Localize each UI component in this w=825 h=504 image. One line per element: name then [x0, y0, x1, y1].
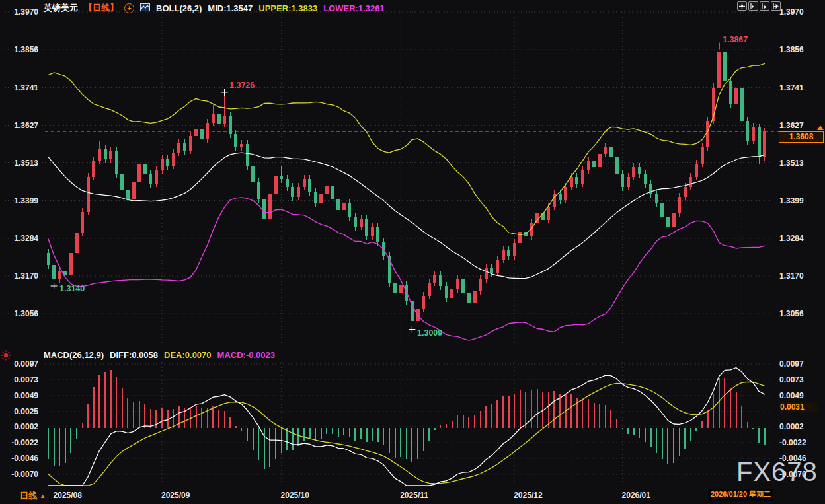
price-axis-label-right: 1.3284 [779, 234, 804, 243]
annotation-high-2: 1.3867 [723, 35, 748, 44]
macd-diff: DIFF:0.0058 [110, 350, 158, 360]
time-axis-label: 2025/08 [54, 491, 82, 500]
symbol-name: 英镑美元 [44, 2, 78, 14]
price-axis-label-right: 1.3513 [779, 159, 804, 168]
current-date-badge: 2026/01/20 星期二 [708, 489, 773, 501]
candlestick-mini-icon [140, 3, 150, 13]
price-axis-label-left: 1.3856 [0, 45, 38, 54]
macd-axis-label-right: -0.0022 [779, 438, 806, 447]
triangle-up-icon: ▲ [40, 493, 46, 499]
price-axis-label-right: 1.3970 [779, 7, 804, 17]
price-axis-label-right: 1.3627 [779, 121, 804, 130]
macd-dea: DEA:0.0070 [164, 350, 212, 360]
price-axis-label-left: 1.3627 [0, 121, 38, 130]
boll-mid: MID:1.3547 [208, 3, 253, 13]
macd-value: MACD:-0.0023 [217, 350, 275, 360]
macd-axis-label-right: 0.0049 [779, 391, 804, 400]
macd-axis-label-left: -0.0022 [0, 438, 38, 447]
period-tag: 【日线】 [84, 2, 118, 14]
price-axis-label-left: 1.3970 [0, 7, 38, 17]
boll-upper: UPPER:1.3833 [258, 3, 317, 13]
add-indicator-icon[interactable]: + [124, 3, 134, 13]
trading-chart-window: 英镑美元 【日线】 + BOLL(26,2) MID:1.3547 UPPER:… [0, 0, 825, 504]
price-axis-label-right: 1.3741 [779, 83, 804, 92]
price-axis-label-left: 1.3170 [0, 271, 38, 281]
price-axis-label-left: 1.3284 [0, 234, 38, 243]
price-axis-label-left: 1.3399 [0, 196, 38, 205]
price-axis-label-right: 1.3399 [779, 196, 804, 205]
macd-axis-label-left: 0.0049 [0, 391, 38, 400]
macd-axis-label-left: -0.0046 [0, 454, 38, 463]
axis-play-icon[interactable] [760, 1, 769, 11]
time-axis-label: 2025/09 [161, 491, 190, 500]
current-price-badge: 1.3608 [779, 131, 824, 143]
macd-header: MACD(26,12,9) DIFF:0.0058 DEA:0.0070 MAC… [44, 350, 275, 360]
period-selector[interactable]: 日线▲ [20, 490, 46, 502]
macd-axis-label-right: 0.0002 [779, 422, 804, 431]
macd-axis-label-left: 0.0002 [0, 422, 38, 431]
time-axis-label: 2026/01 [622, 491, 650, 500]
macd-axis-label-left: 0.0025 [0, 407, 38, 416]
macd-axis-label-right: -0.0046 [779, 454, 806, 463]
macd-axis-label-left: 0.0073 [0, 375, 38, 384]
macd-axis-label-right: 0.0097 [779, 359, 804, 369]
axis-zoom-left-icon[interactable] [748, 1, 758, 11]
annotation-low-2: 1.3009 [417, 328, 442, 338]
alarm-icon[interactable] [1, 350, 11, 363]
export-right-icon[interactable] [771, 1, 781, 11]
price-axis-label-right: 1.3170 [779, 271, 804, 281]
boll-lower: LOWER:1.3261 [323, 3, 384, 13]
macd-axis-label-right: 0.0073 [779, 375, 804, 384]
period-selector-label: 日线 [20, 491, 37, 501]
annotation-high-1: 1.3726 [229, 81, 255, 90]
chart-header: 英镑美元 【日线】 + BOLL(26,2) MID:1.3547 UPPER:… [44, 2, 385, 14]
boll-label: BOLL(26,2) [156, 3, 202, 13]
price-axis-label-left: 1.3513 [0, 159, 38, 168]
crosshair-icon[interactable] [737, 1, 747, 11]
time-axis-label: 2025/11 [400, 491, 428, 500]
price-axis-label-left: 1.3741 [0, 83, 38, 92]
macd-label: MACD(26,12,9) [44, 350, 104, 360]
price-axis-label-right: 1.3856 [779, 45, 804, 54]
macd-axis-label-right: -0.0070 [779, 470, 806, 479]
price-axis-label-right: 1.3056 [779, 309, 804, 318]
time-axis-label: 2025/12 [514, 491, 542, 500]
price-axis-label-left: 1.3056 [0, 309, 38, 318]
time-axis-label: 2025/10 [281, 491, 309, 500]
macd-axis-highlight-badge: 0.0031 [779, 402, 818, 412]
chart-toolbar [737, 1, 781, 11]
candlestick-chart-canvas[interactable] [0, 0, 825, 504]
annotation-low-1: 1.3140 [59, 284, 85, 293]
macd-axis-label-left: -0.0070 [0, 470, 38, 479]
